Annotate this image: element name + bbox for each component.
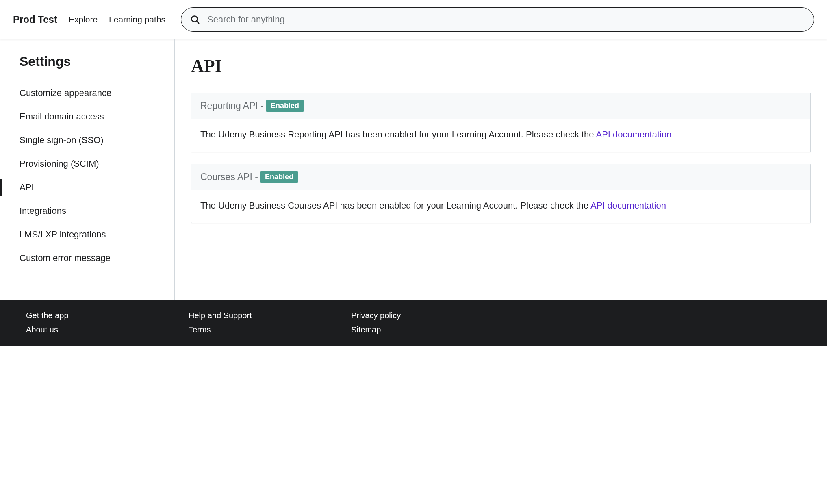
header-bar: Prod Test Explore Learning paths	[0, 0, 827, 39]
courses-api-doc-link[interactable]: API documentation	[590, 200, 666, 211]
settings-sidebar: Settings Customize appearance Email doma…	[0, 39, 175, 300]
sidebar-title: Settings	[0, 54, 174, 81]
sidebar-item-integrations[interactable]: Integrations	[0, 199, 174, 223]
reporting-api-card-body: The Udemy Business Reporting API has bee…	[191, 119, 810, 152]
footer-link-help-support[interactable]: Help and Support	[189, 311, 278, 320]
reporting-api-body-text: The Udemy Business Reporting API has bee…	[200, 129, 596, 139]
sidebar-item-provisioning-scim[interactable]: Provisioning (SCIM)	[0, 152, 174, 176]
search-input[interactable]	[207, 14, 805, 25]
courses-api-header-text: Courses API -	[200, 172, 258, 182]
main-panel: API Reporting API - Enabled The Udemy Bu…	[175, 39, 827, 300]
reporting-api-card-header: Reporting API - Enabled	[191, 93, 810, 119]
footer-link-terms[interactable]: Terms	[189, 325, 278, 335]
footer-link-privacy-policy[interactable]: Privacy policy	[351, 311, 441, 320]
sidebar-item-customize-appearance[interactable]: Customize appearance	[0, 81, 174, 105]
search-box[interactable]	[181, 7, 814, 32]
sidebar-item-email-domain-access[interactable]: Email domain access	[0, 105, 174, 128]
svg-point-0	[192, 16, 198, 22]
footer-link-sitemap[interactable]: Sitemap	[351, 325, 441, 335]
footer-col-3: Privacy policy Sitemap	[351, 311, 441, 335]
search-icon	[190, 15, 200, 24]
courses-api-status-badge: Enabled	[260, 171, 298, 183]
sidebar-item-lms-lxp-integrations[interactable]: LMS/LXP integrations	[0, 223, 174, 246]
reporting-api-doc-link[interactable]: API documentation	[596, 129, 672, 139]
courses-api-card-header: Courses API - Enabled	[191, 164, 810, 190]
reporting-api-card: Reporting API - Enabled The Udemy Busine…	[191, 93, 811, 152]
sidebar-item-api[interactable]: API	[0, 176, 174, 199]
search-wrapper	[181, 7, 814, 32]
courses-api-card-body: The Udemy Business Courses API has been …	[191, 190, 810, 223]
sidebar-item-sso[interactable]: Single sign-on (SSO)	[0, 128, 174, 152]
brand-logo[interactable]: Prod Test	[13, 14, 57, 25]
footer-link-about-us[interactable]: About us	[26, 325, 115, 335]
courses-api-body-text: The Udemy Business Courses API has been …	[200, 200, 590, 211]
page-title: API	[191, 56, 811, 76]
nav-explore[interactable]: Explore	[69, 15, 98, 24]
nav-learning-paths[interactable]: Learning paths	[109, 15, 165, 24]
footer-link-get-the-app[interactable]: Get the app	[26, 311, 115, 320]
svg-line-1	[197, 21, 199, 24]
sidebar-item-custom-error-message[interactable]: Custom error message	[0, 246, 174, 270]
courses-api-card: Courses API - Enabled The Udemy Business…	[191, 164, 811, 224]
footer: Get the app About us Help and Support Te…	[0, 300, 827, 346]
content-area: Settings Customize appearance Email doma…	[0, 39, 827, 300]
footer-col-1: Get the app About us	[26, 311, 115, 335]
reporting-api-status-badge: Enabled	[266, 100, 304, 112]
footer-col-2: Help and Support Terms	[189, 311, 278, 335]
reporting-api-header-text: Reporting API -	[200, 100, 264, 111]
